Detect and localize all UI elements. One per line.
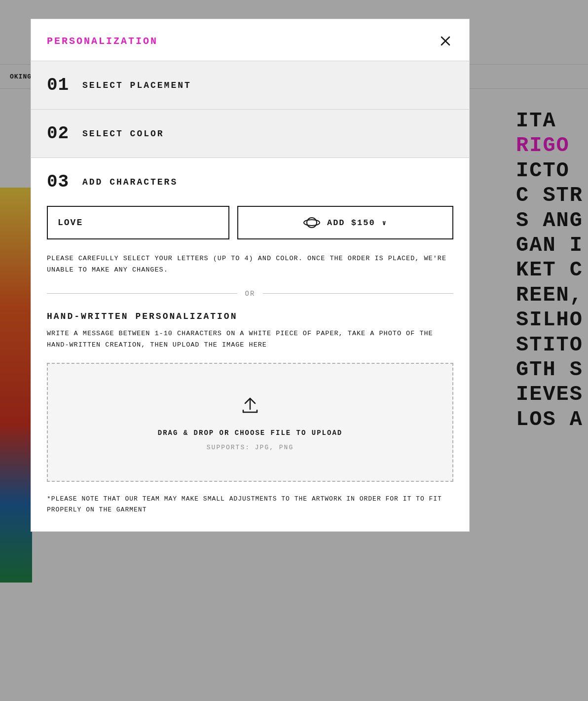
handwritten-title: HAND-WRITTEN PERSONALIZATION: [47, 312, 453, 321]
divider-line-left: [47, 293, 237, 294]
personalization-modal: PERSONALIZATION 01 SELECT PLACEMENT 02 S…: [31, 19, 470, 532]
step-01-number: 01: [47, 75, 74, 95]
or-text: OR: [245, 290, 256, 298]
step-03-label: ADD CHARACTERS: [82, 177, 178, 187]
step-02-number: 02: [47, 123, 74, 144]
add-to-cart-button[interactable]: ADD $150 ∨: [237, 206, 453, 239]
add-button-label: ADD $150: [327, 218, 375, 228]
planet-icon: [303, 216, 320, 230]
step-03-section: 03 ADD CHARACTERS ADD $150 ∨ PLEASE CARE…: [31, 157, 469, 531]
character-input-row: ADD $150 ∨: [47, 206, 453, 239]
chevron-down-icon: ∨: [382, 219, 387, 227]
footer-note: *PLEASE NOTE THAT OUR TEAM MAY MAKE SMAL…: [47, 494, 453, 515]
step-01-header: 01 SELECT PLACEMENT: [47, 75, 453, 95]
modal-title: PERSONALIZATION: [47, 36, 158, 47]
svg-point-3: [304, 220, 320, 226]
file-upload-area[interactable]: DRAG & DROP OR CHOOSE FILE TO UPLOAD SUP…: [47, 363, 453, 482]
upload-sub-text: SUPPORTS: JPG, PNG: [207, 444, 294, 451]
step-02-section: 02 SELECT COLOR: [31, 109, 469, 157]
step-02-header: 02 SELECT COLOR: [47, 123, 453, 144]
step-02-label: SELECT COLOR: [82, 129, 164, 139]
close-button[interactable]: [438, 33, 453, 49]
upload-main-text: DRAG & DROP OR CHOOSE FILE TO UPLOAD: [158, 429, 342, 437]
modal-header: PERSONALIZATION: [31, 19, 469, 61]
or-divider: OR: [47, 290, 453, 298]
character-description: PLEASE CAREFULLY SELECT YOUR LETTERS (UP…: [47, 253, 453, 276]
step-01-label: SELECT PLACEMENT: [82, 80, 191, 90]
handwritten-description: WRITE A MESSAGE BETWEEN 1-10 CHARACTERS …: [47, 328, 453, 351]
step-03-number: 03: [47, 172, 74, 192]
step-01-section: 01 SELECT PLACEMENT: [31, 61, 469, 109]
divider-line-right: [263, 293, 453, 294]
step-03-header: 03 ADD CHARACTERS: [47, 172, 453, 192]
upload-icon: [238, 393, 262, 422]
character-text-input[interactable]: [47, 206, 229, 239]
